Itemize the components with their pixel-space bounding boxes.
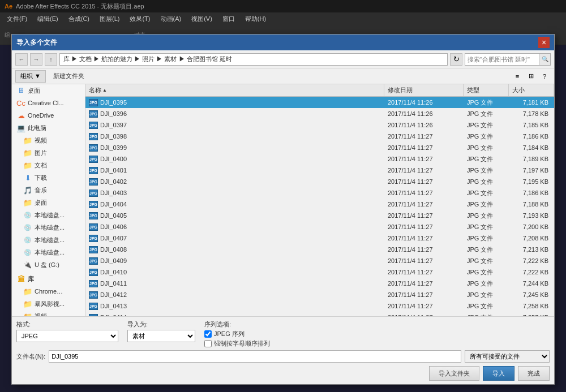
menu-file[interactable]: 文件(F) (2, 14, 32, 24)
dialog-close-button[interactable]: × (538, 37, 550, 45)
import-dialog: 导入多个文件 × ← → ↑ 库 ▶ 文档 ▶ 航拍的魅力 ▶ 照片 ▶ 素材 … (11, 34, 555, 45)
app-title: Adobe After Effects CC 2015 - 无标题项目.aep (16, 2, 144, 11)
app-icon: Ae (5, 3, 12, 10)
title-bar: Ae Adobe After Effects CC 2015 - 无标题项目.a… (0, 0, 566, 12)
menu-compose[interactable]: 合成(C) (64, 14, 94, 24)
menu-window[interactable]: 窗口 (218, 14, 239, 24)
menu-effect[interactable]: 效果(T) (125, 14, 155, 24)
menu-view[interactable]: 视图(V) (187, 14, 217, 24)
menu-animate[interactable]: 动画(A) (156, 14, 186, 24)
dialog-title: 导入多个文件 (16, 38, 538, 46)
menu-bar: 文件(F) 编辑(E) 合成(C) 图层(L) 效果(T) 动画(A) 视图(V… (0, 12, 566, 25)
dialog-title-bar: 导入多个文件 × (12, 35, 554, 45)
menu-edit[interactable]: 编辑(E) (33, 14, 63, 24)
menu-layer[interactable]: 图层(L) (95, 14, 124, 24)
menu-help[interactable]: 帮助(H) (241, 14, 271, 24)
